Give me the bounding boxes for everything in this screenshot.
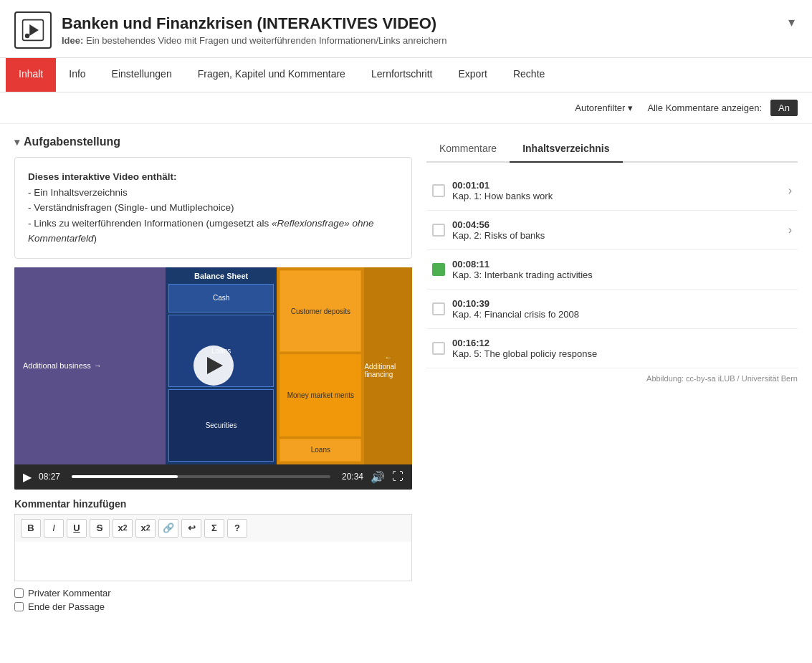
balance-sheet: Additional business → Balance Sheet Cash… <box>14 267 412 464</box>
bs-money-market-cell: Money market ments <box>280 354 361 437</box>
progress-fill <box>72 475 178 478</box>
fullscreen-button[interactable]: ⛶ <box>392 470 403 483</box>
bold-button[interactable]: B <box>21 519 41 538</box>
toc-checkbox-1 <box>432 184 445 197</box>
toc-content-2: 00:04:56 Kap. 2: Risks of banks <box>452 219 781 241</box>
tab-einstellungen[interactable]: Einstellungen <box>99 58 185 92</box>
video-player: Additional business → Balance Sheet Cash… <box>14 267 412 490</box>
progress-bar[interactable] <box>72 475 330 478</box>
video-play-button[interactable] <box>194 345 234 386</box>
toc-checkbox-5 <box>432 342 445 355</box>
strikethrough-button[interactable]: S <box>90 519 110 538</box>
info-box-title: Dieses interaktive Video enthält: <box>28 169 398 185</box>
help-button[interactable]: ? <box>227 519 247 538</box>
aufgaben-header[interactable]: ▾ Aufgabenstellung <box>14 135 412 148</box>
superscript-button[interactable]: x2 <box>135 519 156 538</box>
private-comment-option[interactable]: Privater Kommentar <box>14 588 412 598</box>
bs-right-section: Customer deposits Money market ments Loa… <box>277 267 364 464</box>
end-time: 20:34 <box>338 472 363 482</box>
private-comment-label: Privater Kommentar <box>28 588 111 598</box>
tab-lernfortschritt[interactable]: Lernfortschritt <box>358 58 446 92</box>
left-panel: ▾ Aufgabenstellung Dieses interaktive Vi… <box>14 135 412 652</box>
toc-item[interactable]: 00:01:01 Kap. 1: How banks work › <box>426 171 798 211</box>
tab-inhalt[interactable]: Inhalt <box>6 58 56 92</box>
info-line-2: - Verständnisfragen (Single- und Mutlipl… <box>28 200 398 216</box>
page-title: Banken und Finanzkrisen (INTERAKTIVES VI… <box>62 14 446 33</box>
bs-loans-right-cell: Loans <box>280 439 361 462</box>
toc-list: 00:01:01 Kap. 1: How banks work › 00:04:… <box>426 171 798 368</box>
toc-title-5: Kap. 5: The global policiy response <box>452 348 785 359</box>
panel-tabs: Kommentare Inhaltsverzeichnis <box>426 135 798 163</box>
formula-button[interactable]: Σ <box>204 519 224 538</box>
toc-checkbox-2 <box>432 224 445 237</box>
bs-wrapper: Additional business → Balance Sheet Cash… <box>14 267 412 464</box>
bs-left-section: Additional business → <box>14 267 166 464</box>
subscript-button[interactable]: x2 <box>113 519 133 538</box>
toc-content-5: 00:16:12 Kap. 5: The global policiy resp… <box>452 338 785 359</box>
tab-kommentare[interactable]: Kommentare <box>426 135 510 163</box>
comment-section: Kommentar hinzufügen B I U S x2 x2 🔗 ↩ Σ… <box>14 498 412 612</box>
nav-tabs: Inhalt Info Einstellungen Fragen, Kapite… <box>0 58 812 92</box>
comment-options: Privater Kommentar Ende der Passage <box>14 588 412 612</box>
toc-item[interactable]: 00:16:12 Kap. 5: The global policiy resp… <box>426 329 798 368</box>
toc-content-4: 00:10:39 Kap. 4: Financial crisis fo 200… <box>452 298 785 320</box>
autorenfilter-label: Autorenfilter <box>575 102 625 113</box>
italic-button[interactable]: I <box>44 519 64 538</box>
arrow-left-icon: ← <box>385 353 392 361</box>
bs-far-right: ← Additional financing <box>364 267 412 464</box>
unlink-button[interactable]: ↩ <box>181 519 201 538</box>
additional-business-label: Additional business → <box>23 361 102 370</box>
video-frame: Additional business → Balance Sheet Cash… <box>14 267 412 464</box>
end-passage-option[interactable]: Ende der Passage <box>14 601 412 612</box>
toolbar-bar: Autorenfilter ▾ Alle Kommentare anzeigen… <box>0 92 812 124</box>
toc-time-1: 00:01:01 <box>452 180 781 191</box>
logo-icon <box>22 19 44 42</box>
toc-time-3: 00:08:11 <box>452 259 785 270</box>
header-left: Banken und Finanzkrisen (INTERAKTIVES VI… <box>14 11 446 49</box>
arrow-right-icon: → <box>94 361 102 370</box>
private-comment-checkbox[interactable] <box>14 588 24 598</box>
play-pause-button[interactable]: ▶ <box>23 470 32 484</box>
volume-icon[interactable]: 🔊 <box>371 470 385 484</box>
bs-customer-cell: Customer deposits <box>280 270 361 353</box>
toc-checkbox-4 <box>432 302 445 315</box>
additional-financing-label: ← Additional financing <box>364 353 412 378</box>
info-line-3: - Links zu weiterführenden Informationen… <box>28 216 398 247</box>
underline-button[interactable]: U <box>67 519 87 538</box>
toc-checkbox-3 <box>432 263 445 276</box>
link-button[interactable]: 🔗 <box>158 519 178 538</box>
end-passage-label: Ende der Passage <box>28 601 105 612</box>
bs-cash-cell: Cash <box>168 284 274 313</box>
end-passage-checkbox[interactable] <box>14 602 24 611</box>
autorenfilter-button[interactable]: Autorenfilter ▾ <box>569 100 639 116</box>
toc-item[interactable]: 00:04:56 Kap. 2: Risks of banks › <box>426 211 798 250</box>
subtitle-label: Idee: <box>62 35 83 46</box>
toc-time-4: 00:10:39 <box>452 298 785 309</box>
tab-fragen[interactable]: Fragen, Kapitel und Kommentare <box>185 58 358 92</box>
current-time: 08:27 <box>39 472 65 482</box>
toc-title-4: Kap. 4: Financial crisis fo 2008 <box>452 309 785 320</box>
toc-time-2: 00:04:56 <box>452 219 781 230</box>
toc-item[interactable]: 00:08:11 Kap. 3: Interbank trading activ… <box>426 250 798 290</box>
page-subtitle: Idee: Ein bestehendes Video mit Fragen u… <box>62 35 446 46</box>
comment-toolbar: B I U S x2 x2 🔗 ↩ Σ ? <box>14 514 412 542</box>
comment-textarea[interactable] <box>14 542 412 581</box>
attribution: Abbildung: cc-by-sa iLUB / Universität B… <box>426 368 798 383</box>
main-content: ▾ Aufgabenstellung Dieses interaktive Vi… <box>0 124 812 663</box>
aufgaben-collapse-icon: ▾ <box>14 136 19 148</box>
toc-content-3: 00:08:11 Kap. 3: Interbank trading activ… <box>452 259 785 280</box>
tab-inhaltsverzeichnis[interactable]: Inhaltsverzeichnis <box>510 135 622 163</box>
toc-title-3: Kap. 3: Interbank trading activities <box>452 270 785 280</box>
collapse-header-button[interactable]: ▾ <box>785 11 798 33</box>
toc-arrow-2: › <box>788 224 792 237</box>
svg-marker-1 <box>29 24 39 36</box>
toc-title-2: Kap. 2: Risks of banks <box>452 230 781 241</box>
tab-rechte[interactable]: Rechte <box>500 58 558 92</box>
tab-export[interactable]: Export <box>446 58 500 92</box>
toggle-an-button[interactable]: An <box>770 100 798 116</box>
toc-content-1: 00:01:01 Kap. 1: How banks work <box>452 180 781 201</box>
tab-info[interactable]: Info <box>56 58 98 92</box>
toc-item[interactable]: 00:10:39 Kap. 4: Financial crisis fo 200… <box>426 290 798 329</box>
subtitle-text: Ein bestehendes Video mit Fragen und wei… <box>86 35 446 46</box>
info-line-1: - Ein Inhaltsverzeichnis <box>28 185 398 201</box>
